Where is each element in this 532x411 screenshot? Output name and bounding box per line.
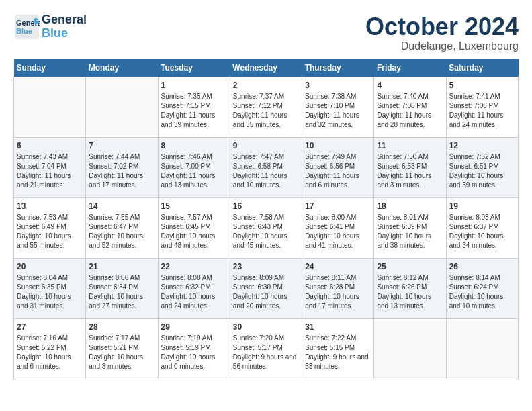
location-text: Dudelange, Luxembourg	[365, 40, 519, 52]
day-info: Sunrise: 7:41 AM Sunset: 7:06 PM Dayligh…	[449, 92, 515, 130]
calendar-cell: 1Sunrise: 7:35 AM Sunset: 7:15 PM Daylig…	[158, 77, 230, 137]
day-number: 28	[89, 322, 154, 333]
day-number: 18	[377, 201, 443, 212]
day-number: 26	[449, 261, 515, 273]
calendar-cell: 15Sunrise: 7:57 AM Sunset: 6:45 PM Dayli…	[158, 197, 230, 258]
svg-text:Blue: Blue	[16, 27, 32, 35]
logo-general-text: General	[42, 13, 87, 27]
day-number: 12	[449, 140, 515, 152]
day-number: 19	[449, 201, 515, 212]
day-number: 5	[449, 80, 515, 91]
calendar-cell: 9Sunrise: 7:47 AM Sunset: 6:58 PM Daylig…	[230, 137, 302, 197]
day-info: Sunrise: 7:38 AM Sunset: 7:10 PM Dayligh…	[305, 92, 371, 130]
day-info: Sunrise: 7:57 AM Sunset: 6:45 PM Dayligh…	[161, 213, 227, 250]
logo: General Blue General Blue	[13, 13, 87, 40]
day-number: 13	[17, 201, 83, 212]
calendar-cell: 19Sunrise: 8:03 AM Sunset: 6:37 PM Dayli…	[446, 197, 518, 258]
calendar-cell: 13Sunrise: 7:53 AM Sunset: 6:49 PM Dayli…	[14, 197, 86, 258]
day-header-wednesday: Wednesday	[230, 59, 302, 77]
day-number: 22	[161, 261, 227, 273]
week-row-4: 20Sunrise: 8:04 AM Sunset: 6:35 PM Dayli…	[14, 258, 519, 318]
calendar-cell: 27Sunrise: 7:16 AM Sunset: 5:22 PM Dayli…	[14, 318, 86, 379]
day-header-tuesday: Tuesday	[158, 59, 230, 77]
day-header-friday: Friday	[374, 59, 446, 77]
calendar-cell: 23Sunrise: 8:09 AM Sunset: 6:30 PM Dayli…	[230, 258, 302, 318]
day-number: 11	[377, 140, 443, 152]
calendar-cell	[86, 77, 158, 137]
calendar-cell: 20Sunrise: 8:04 AM Sunset: 6:35 PM Dayli…	[14, 258, 86, 318]
day-number: 29	[161, 322, 227, 333]
day-header-monday: Monday	[86, 59, 158, 77]
day-header-saturday: Saturday	[446, 59, 518, 77]
day-info: Sunrise: 8:08 AM Sunset: 6:32 PM Dayligh…	[161, 273, 227, 311]
day-header-thursday: Thursday	[302, 59, 374, 77]
calendar-cell: 22Sunrise: 8:08 AM Sunset: 6:32 PM Dayli…	[158, 258, 230, 318]
day-info: Sunrise: 7:55 AM Sunset: 6:47 PM Dayligh…	[89, 213, 154, 250]
day-number: 10	[305, 140, 371, 152]
calendar-cell: 30Sunrise: 7:20 AM Sunset: 5:17 PM Dayli…	[230, 318, 302, 379]
logo-text: General Blue	[42, 13, 87, 40]
calendar-cell: 2Sunrise: 7:37 AM Sunset: 7:12 PM Daylig…	[230, 77, 302, 137]
logo-blue-text: Blue	[42, 27, 87, 40]
calendar-cell: 4Sunrise: 7:40 AM Sunset: 7:08 PM Daylig…	[374, 77, 446, 137]
day-info: Sunrise: 7:50 AM Sunset: 6:53 PM Dayligh…	[377, 152, 443, 190]
calendar-cell	[446, 318, 518, 379]
day-info: Sunrise: 7:22 AM Sunset: 5:15 PM Dayligh…	[305, 334, 371, 371]
calendar-cell: 12Sunrise: 7:52 AM Sunset: 6:51 PM Dayli…	[446, 137, 518, 197]
calendar-cell: 17Sunrise: 8:00 AM Sunset: 6:41 PM Dayli…	[302, 197, 374, 258]
title-block: October 2024 Dudelange, Luxembourg	[365, 13, 519, 52]
day-info: Sunrise: 7:44 AM Sunset: 7:02 PM Dayligh…	[89, 152, 154, 190]
logo-icon: General Blue	[13, 13, 40, 40]
day-info: Sunrise: 8:00 AM Sunset: 6:41 PM Dayligh…	[305, 213, 371, 250]
day-number: 8	[161, 140, 227, 152]
day-number: 20	[17, 261, 83, 273]
calendar-cell: 7Sunrise: 7:44 AM Sunset: 7:02 PM Daylig…	[86, 137, 158, 197]
day-number: 24	[305, 261, 371, 273]
day-info: Sunrise: 8:11 AM Sunset: 6:28 PM Dayligh…	[305, 273, 371, 311]
day-number: 6	[17, 140, 83, 152]
week-row-2: 6Sunrise: 7:43 AM Sunset: 7:04 PM Daylig…	[14, 137, 519, 197]
week-row-5: 27Sunrise: 7:16 AM Sunset: 5:22 PM Dayli…	[14, 318, 519, 379]
calendar-cell: 26Sunrise: 8:14 AM Sunset: 6:24 PM Dayli…	[446, 258, 518, 318]
day-number: 31	[305, 322, 371, 333]
week-row-3: 13Sunrise: 7:53 AM Sunset: 6:49 PM Dayli…	[14, 197, 519, 258]
day-info: Sunrise: 7:49 AM Sunset: 6:56 PM Dayligh…	[305, 152, 371, 190]
day-info: Sunrise: 8:01 AM Sunset: 6:39 PM Dayligh…	[377, 213, 443, 250]
calendar-header-row: SundayMondayTuesdayWednesdayThursdayFrid…	[14, 59, 519, 77]
calendar-cell: 31Sunrise: 7:22 AM Sunset: 5:15 PM Dayli…	[302, 318, 374, 379]
month-title: October 2024	[365, 13, 519, 40]
day-info: Sunrise: 8:04 AM Sunset: 6:35 PM Dayligh…	[17, 273, 83, 311]
calendar-cell: 28Sunrise: 7:17 AM Sunset: 5:21 PM Dayli…	[86, 318, 158, 379]
day-info: Sunrise: 8:12 AM Sunset: 6:26 PM Dayligh…	[377, 273, 443, 311]
day-header-sunday: Sunday	[14, 59, 86, 77]
day-info: Sunrise: 7:17 AM Sunset: 5:21 PM Dayligh…	[89, 334, 154, 371]
day-info: Sunrise: 8:06 AM Sunset: 6:34 PM Dayligh…	[89, 273, 154, 311]
day-number: 4	[377, 80, 443, 91]
calendar-cell	[14, 77, 86, 137]
day-number: 7	[89, 140, 154, 152]
calendar-cell: 18Sunrise: 8:01 AM Sunset: 6:39 PM Dayli…	[374, 197, 446, 258]
day-info: Sunrise: 7:35 AM Sunset: 7:15 PM Dayligh…	[161, 92, 227, 130]
calendar-cell: 5Sunrise: 7:41 AM Sunset: 7:06 PM Daylig…	[446, 77, 518, 137]
day-number: 27	[17, 322, 83, 333]
calendar-cell: 14Sunrise: 7:55 AM Sunset: 6:47 PM Dayli…	[86, 197, 158, 258]
day-number: 23	[233, 261, 299, 273]
calendar-cell: 24Sunrise: 8:11 AM Sunset: 6:28 PM Dayli…	[302, 258, 374, 318]
day-info: Sunrise: 7:20 AM Sunset: 5:17 PM Dayligh…	[233, 334, 299, 371]
page-header: General Blue General Blue October 2024 D…	[13, 13, 519, 52]
day-number: 30	[233, 322, 299, 333]
week-row-1: 1Sunrise: 7:35 AM Sunset: 7:15 PM Daylig…	[14, 77, 519, 137]
day-number: 9	[233, 140, 299, 152]
day-number: 14	[89, 201, 154, 212]
day-number: 17	[305, 201, 371, 212]
day-number: 2	[233, 80, 299, 91]
day-info: Sunrise: 8:09 AM Sunset: 6:30 PM Dayligh…	[233, 273, 299, 311]
day-info: Sunrise: 7:58 AM Sunset: 6:43 PM Dayligh…	[233, 213, 299, 250]
day-info: Sunrise: 7:43 AM Sunset: 7:04 PM Dayligh…	[17, 152, 83, 190]
calendar-cell: 21Sunrise: 8:06 AM Sunset: 6:34 PM Dayli…	[86, 258, 158, 318]
day-info: Sunrise: 7:37 AM Sunset: 7:12 PM Dayligh…	[233, 92, 299, 130]
calendar-cell: 3Sunrise: 7:38 AM Sunset: 7:10 PM Daylig…	[302, 77, 374, 137]
calendar-cell: 8Sunrise: 7:46 AM Sunset: 7:00 PM Daylig…	[158, 137, 230, 197]
day-info: Sunrise: 7:19 AM Sunset: 5:19 PM Dayligh…	[161, 334, 227, 371]
day-number: 1	[161, 80, 227, 91]
